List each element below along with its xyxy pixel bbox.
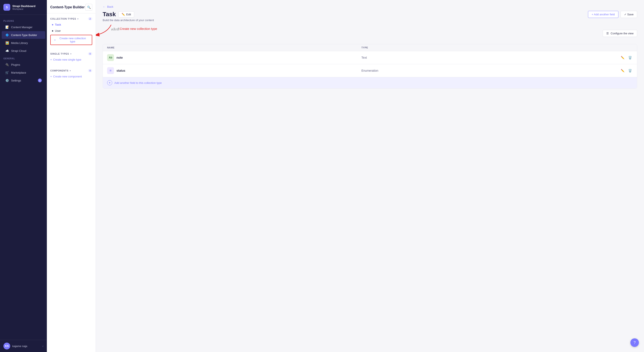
plugins-label: Plugins — [0, 17, 47, 23]
sidebar-item-label: Plugins — [11, 63, 20, 66]
sidebar-item-label: Content-Type Builder — [11, 34, 37, 37]
annotation-area: คลิกที่ Create new collection type ☰ Con… — [103, 27, 637, 40]
sidebar: S Strapi Dashboard Workplace Plugins 📝 C… — [0, 0, 47, 352]
media-library-icon: 🖼️ — [5, 41, 9, 45]
ctb-item-task[interactable]: Task — [47, 22, 96, 28]
main-inner: ← Back Task ✏️ Edit Build the data archi… — [96, 0, 644, 352]
general-label: General — [0, 55, 47, 61]
collection-types-label: Collection Types ▾ — [50, 18, 78, 20]
sidebar-item-label: Content Manager — [11, 26, 32, 29]
save-button[interactable]: ✓ Save — [620, 11, 637, 18]
plus-icon: + — [50, 75, 52, 78]
annotation-highlight: Create new collection type — [120, 27, 157, 31]
actions-column-header — [616, 46, 633, 49]
marketplace-icon: 🛒 — [5, 71, 9, 74]
status-field-icon: ≡ — [107, 67, 114, 74]
table-row: Ab note Text ✏️ 🗑️ — [103, 51, 637, 64]
main-content: ← Back Task ✏️ Edit Build the data archi… — [96, 0, 644, 352]
sidebar-item-label: Media Library — [11, 41, 28, 45]
sidebar-item-content-manager[interactable]: 📝 Content Manager — [2, 23, 45, 31]
logo-text: Strapi Dashboard Workplace — [12, 5, 35, 10]
pencil-icon: ✏️ — [122, 13, 125, 16]
sidebar-item-settings[interactable]: ⚙️ Settings 1 — [2, 77, 45, 84]
name-column-header: NAME — [107, 46, 362, 49]
edit-button[interactable]: ✏️ Edit — [118, 11, 134, 18]
annotation-prefix: คลิกที่ — [111, 27, 119, 32]
table-header: NAME TYPE — [103, 44, 637, 51]
single-types-header: Single Types ▾ 0 — [47, 51, 96, 57]
page-title-row: Task ✏️ Edit — [103, 11, 154, 18]
configure-view-button[interactable]: ☰ Configure the view — [603, 30, 637, 37]
chevron-icon: ▾ — [77, 18, 78, 20]
collection-types-count: 2 — [88, 17, 92, 20]
status-field-type: Enumeration — [362, 69, 616, 72]
content-type-builder-icon: 🔷 — [5, 33, 9, 37]
arrow-visual: คลิกที่ Create new collection type — [103, 27, 603, 40]
settings-badge: 1 — [38, 79, 42, 82]
ctb-header: Content-Type Builder 🔍 — [47, 0, 96, 14]
sidebar-item-plugins[interactable]: 🔌 Plugins — [2, 61, 45, 69]
single-types-label: Single Types ▾ — [50, 53, 72, 55]
plugins-icon: 🔌 — [5, 63, 9, 67]
task-dot — [52, 24, 53, 25]
create-component-button[interactable]: + Create new component — [47, 73, 96, 80]
sidebar-item-label: Settings — [11, 79, 21, 82]
page-title-area: Task ✏️ Edit Build the data architecture… — [103, 11, 154, 22]
sidebar-nav: Plugins 📝 Content Manager 🔷 Content-Type… — [0, 15, 47, 340]
components-count: 0 — [88, 69, 92, 72]
user-name: kajame naja — [12, 344, 40, 348]
add-field-to-collection-button[interactable]: + Add another field to this collection t… — [103, 77, 637, 88]
help-button[interactable]: ? — [630, 338, 639, 347]
collapse-sidebar-button[interactable]: ‹ — [42, 344, 44, 348]
create-collection-type-button[interactable]: + Create new collection type — [50, 35, 92, 45]
strapi-cloud-icon: ☁️ — [5, 49, 9, 53]
status-field-actions: ✏️ 🗑️ — [616, 68, 633, 73]
page-actions: + Add another field ✓ Save — [588, 11, 637, 18]
collection-types-header: Collection Types ▾ 2 — [47, 16, 96, 22]
sidebar-item-label: Strapi Cloud — [11, 49, 26, 53]
settings-icon: ⚙️ — [5, 79, 9, 82]
breadcrumb[interactable]: ← Back — [103, 5, 637, 8]
components-chevron-icon: ▾ — [70, 70, 71, 72]
app-title: Strapi Dashboard — [12, 5, 35, 8]
back-arrow-icon: ← — [103, 5, 106, 8]
plus-icon: + — [50, 58, 52, 61]
app-workspace: Workplace — [12, 8, 35, 10]
sidebar-item-content-type-builder[interactable]: 🔷 Content-Type Builder — [2, 31, 45, 39]
plus-icon: + — [54, 38, 56, 42]
components-section: Components ▾ 0 + Create new component — [47, 65, 96, 82]
user-dot — [52, 30, 53, 32]
status-field-name: status — [116, 69, 125, 72]
content-manager-icon: 📝 — [5, 25, 9, 29]
add-plus-icon: + — [107, 80, 112, 85]
logo-area: S Strapi Dashboard Workplace — [0, 0, 47, 15]
components-header: Components ▾ 0 — [47, 68, 96, 73]
page-title: Task — [103, 11, 116, 18]
user-avatar: KN — [4, 343, 10, 349]
note-edit-button[interactable]: ✏️ — [620, 55, 625, 60]
status-delete-button[interactable]: 🗑️ — [628, 68, 633, 73]
collection-types-section: Collection Types ▾ 2 Task User + Create … — [47, 14, 96, 48]
sidebar-item-media-library[interactable]: 🖼️ Media Library — [2, 39, 45, 47]
status-field-name-cell: ≡ status — [107, 67, 362, 74]
sidebar-item-strapi-cloud[interactable]: ☁️ Strapi Cloud — [2, 47, 45, 55]
add-another-field-button[interactable]: + Add another field — [588, 11, 618, 18]
single-types-chevron-icon: ▾ — [70, 53, 72, 55]
note-field-type: Text — [362, 56, 616, 59]
add-field-label: Add another field to this collection typ… — [114, 81, 162, 84]
status-edit-button[interactable]: ✏️ — [620, 68, 625, 73]
sidebar-footer: KN kajame naja ‹ — [0, 340, 47, 352]
components-label: Components ▾ — [50, 69, 71, 72]
ctb-item-user[interactable]: User — [47, 28, 96, 34]
sidebar-item-marketplace[interactable]: 🛒 Marketplace — [2, 69, 45, 76]
table-row: ≡ status Enumeration ✏️ 🗑️ — [103, 64, 637, 77]
ctb-search-button[interactable]: 🔍 — [86, 4, 92, 11]
note-delete-button[interactable]: 🗑️ — [628, 55, 633, 60]
task-label: Task — [55, 23, 61, 26]
ctb-panel: Content-Type Builder 🔍 Collection Types … — [47, 0, 96, 352]
single-types-section: Single Types ▾ 0 + Create new single typ… — [47, 48, 96, 65]
note-field-actions: ✏️ 🗑️ — [616, 55, 633, 60]
list-icon: ☰ — [606, 32, 609, 35]
create-single-type-button[interactable]: + Create new single type — [47, 57, 96, 63]
sidebar-item-label: Marketplace — [11, 71, 26, 74]
